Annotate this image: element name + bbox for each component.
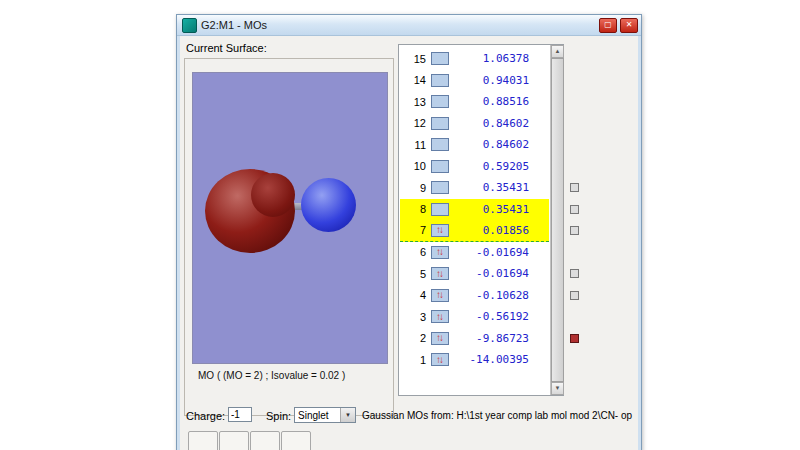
mo-row[interactable]: 7↑↓0.01856: [400, 220, 549, 242]
mo-number: 13: [402, 96, 426, 108]
mo-energy: 1.06378: [453, 52, 529, 65]
viewport-caption: MO ( (MO = 2) ; Isovalue = 0.02 ): [198, 370, 345, 381]
mo-virtual-box[interactable]: [431, 181, 449, 194]
mo-row[interactable]: 151.06378: [400, 48, 549, 70]
mo-energy: 0.35431: [453, 203, 529, 216]
mo-occupied-box[interactable]: ↑↓: [431, 267, 449, 280]
mo-number: 14: [402, 74, 426, 86]
mo-energy: -0.01694: [453, 267, 529, 280]
close-button[interactable]: ✕: [620, 18, 638, 33]
spin-value: Singlet: [295, 410, 340, 421]
mo-number: 11: [402, 139, 426, 151]
dialog-content: Current Surface: MO ( (MO = 2) ; Isovalu…: [180, 36, 638, 450]
current-surface-label: Current Surface:: [186, 42, 267, 54]
mo-energy: -0.01694: [453, 246, 529, 259]
bottom-tab-bar: [188, 431, 312, 450]
mo-surface-checkbox[interactable]: [570, 291, 579, 300]
mo-number: 1: [402, 354, 426, 366]
mo-row[interactable]: 3↑↓-0.56192: [400, 306, 549, 328]
mo-virtual-box[interactable]: [431, 52, 449, 65]
mos-dialog-window: G2:M1 - MOs ▢ ✕ Current Surface: MO ( (M…: [176, 14, 642, 450]
mo-number: 7: [402, 224, 426, 236]
mo-energy: 0.84602: [453, 138, 529, 151]
bottom-tab[interactable]: [219, 431, 249, 450]
mo-occupied-box[interactable]: ↑↓: [431, 310, 449, 323]
gaussian-source-text: Gaussian MOs from: H:\1st year comp lab …: [362, 410, 636, 421]
mo-virtual-box[interactable]: [431, 74, 449, 87]
mo-number: 3: [402, 311, 426, 323]
bottom-tab[interactable]: [250, 431, 280, 450]
mo-row[interactable]: 130.88516: [400, 91, 549, 113]
mo-energy: 0.35431: [453, 181, 529, 194]
charge-label: Charge:: [186, 410, 225, 422]
maximize-button[interactable]: ▢: [599, 18, 617, 33]
mo-row[interactable]: 120.84602: [400, 113, 549, 135]
mo-number: 10: [402, 160, 426, 172]
mo-surface-checkbox[interactable]: [570, 226, 579, 235]
mo-occupied-box[interactable]: ↑↓: [431, 332, 449, 345]
mo-lobe-red-bump: [251, 173, 295, 217]
mo-energy: -0.10628: [453, 289, 529, 302]
mo-rows: 151.06378140.94031130.88516120.84602110.…: [400, 48, 549, 371]
mo-number: 4: [402, 289, 426, 301]
spin-label: Spin:: [266, 410, 291, 422]
charge-input[interactable]: [228, 407, 252, 422]
mo-virtual-box[interactable]: [431, 203, 449, 216]
mo-row[interactable]: 4↑↓-0.10628: [400, 285, 549, 307]
mo-energy: -9.86723: [453, 332, 529, 345]
mo-row[interactable]: 90.35431: [400, 177, 549, 199]
mo-virtual-box[interactable]: [431, 160, 449, 173]
chevron-down-icon: ▼: [340, 408, 355, 422]
mo-number: 9: [402, 182, 426, 194]
mo-row[interactable]: 100.59205: [400, 156, 549, 178]
mo-virtual-box[interactable]: [431, 117, 449, 130]
mo-energy: 0.59205: [453, 160, 529, 173]
scrollbar-thumb[interactable]: [551, 58, 564, 382]
mo-occupied-box[interactable]: ↑↓: [431, 353, 449, 366]
bottom-tab[interactable]: [281, 431, 311, 450]
mo-occupied-box[interactable]: ↑↓: [431, 289, 449, 302]
mo-lobe-blue: [301, 178, 356, 232]
mo-number: 15: [402, 53, 426, 65]
scroll-up-icon[interactable]: ▲: [551, 45, 564, 58]
window-title: G2:M1 - MOs: [201, 19, 596, 31]
mo-row[interactable]: 140.94031: [400, 70, 549, 92]
mo-virtual-box[interactable]: [431, 95, 449, 108]
mo-number: 8: [402, 203, 426, 215]
mo-number: 12: [402, 117, 426, 129]
mo-row[interactable]: 2↑↓-9.86723: [400, 328, 549, 350]
mo-energy: 0.01856: [453, 224, 529, 237]
mo-row[interactable]: 5↑↓-0.01694: [400, 263, 549, 285]
mo-energy: -14.00395: [453, 353, 529, 366]
mo-surface-checkbox[interactable]: [570, 205, 579, 214]
mo-energy: 0.94031: [453, 74, 529, 87]
mo-row[interactable]: 80.35431: [400, 199, 549, 221]
spin-dropdown[interactable]: Singlet ▼: [294, 407, 356, 423]
mo-occupied-box[interactable]: ↑↓: [431, 224, 449, 237]
bottom-tab[interactable]: [188, 431, 218, 450]
mo-row[interactable]: 1↑↓-14.00395: [400, 349, 549, 371]
mo-energy: 0.84602: [453, 117, 529, 130]
mo-row[interactable]: 6↑↓-0.01694: [400, 242, 549, 264]
mo-surface-checkbox[interactable]: [570, 183, 579, 192]
mo-surface-checkbox[interactable]: [570, 269, 579, 278]
molecule-viewport[interactable]: [192, 72, 388, 364]
titlebar[interactable]: G2:M1 - MOs ▢ ✕: [177, 15, 641, 36]
mo-occupied-box[interactable]: ↑↓: [431, 246, 449, 259]
mo-list: 151.06378140.94031130.88516120.84602110.…: [398, 44, 564, 396]
scroll-down-icon[interactable]: ▼: [551, 382, 564, 395]
mo-virtual-box[interactable]: [431, 138, 449, 151]
mo-row[interactable]: 110.84602: [400, 134, 549, 156]
mo-number: 6: [402, 246, 426, 258]
mo-number: 5: [402, 268, 426, 280]
mo-surface-checkbox[interactable]: [570, 334, 579, 343]
mo-list-scrollbar[interactable]: ▲ ▼: [550, 45, 563, 395]
mo-energy: -0.56192: [453, 310, 529, 323]
app-icon: [182, 18, 197, 33]
mo-number: 2: [402, 332, 426, 344]
mo-energy: 0.88516: [453, 95, 529, 108]
